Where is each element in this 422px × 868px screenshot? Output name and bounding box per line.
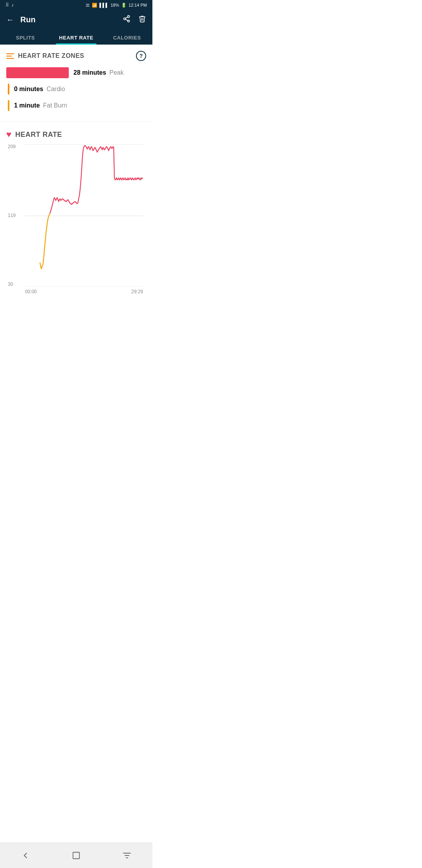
wifi-icon: 📶 — [92, 3, 97, 8]
battery-icon: 🔋 — [121, 3, 127, 8]
y-axis-labels: 209 119 30 — [8, 144, 16, 287]
x-end-label: 29:29 — [131, 289, 143, 294]
bluetooth-icon: ⯴ — [86, 3, 90, 7]
heart-rate-section: ♥ HEART RATE 209 119 30 — [0, 123, 152, 302]
zone-fatburn: 1 minute Fat Burn — [8, 100, 146, 111]
zone-cardio: 0 minutes Cardio — [8, 84, 146, 95]
status-right-icons: ⯴ 📶 ▌▌▌ 18% 🔋 12:14 PM — [86, 3, 147, 8]
share-icon[interactable] — [123, 15, 131, 25]
zones-icon — [6, 53, 14, 59]
x-axis-labels: 00:00 29:29 — [25, 287, 143, 294]
peak-minutes: 28 minutes Peak — [73, 69, 124, 76]
bottom-spacer — [0, 302, 152, 330]
x-start-label: 00:00 — [25, 289, 37, 294]
back-button[interactable]: ← — [6, 15, 14, 24]
fatburn-label: Fat Burn — [43, 102, 67, 109]
page-title: Run — [20, 15, 123, 24]
header-actions — [123, 15, 146, 25]
hr-header: ♥ HEART RATE — [6, 129, 146, 140]
y-mid-label: 119 — [8, 213, 16, 218]
battery-text: 18% — [111, 3, 119, 7]
hr-line-red-lower — [50, 145, 142, 213]
svg-line-4 — [125, 17, 128, 18]
cardio-minutes: 0 minutes Cardio — [14, 86, 65, 93]
status-bar: ⠿ ♪ ⯴ 📶 ▌▌▌ 18% 🔋 12:14 PM — [0, 0, 152, 10]
status-left-icons: ⠿ ♪ — [5, 2, 14, 8]
peak-label: Peak — [109, 69, 123, 76]
peak-bar — [6, 67, 69, 78]
fatburn-bar — [8, 100, 9, 111]
cardio-bar — [8, 84, 9, 95]
y-min-label: 30 — [8, 282, 16, 287]
hr-zones-header: HEART RATE ZONES ? — [6, 51, 146, 61]
header: ← Run — [0, 10, 152, 29]
heart-rate-chart: 209 119 30 — [6, 144, 146, 301]
svg-line-3 — [125, 19, 128, 20]
main-content: HEART RATE ZONES ? 28 minutes Peak 0 min… — [0, 45, 152, 330]
tab-heart-rate[interactable]: HEART RATE — [51, 29, 102, 45]
hr-line-orange — [40, 213, 50, 269]
clock: 12:14 PM — [129, 3, 147, 7]
music-icon: ♪ — [11, 2, 14, 8]
chart-svg — [25, 144, 143, 287]
section-divider — [0, 121, 152, 122]
help-icon[interactable]: ? — [136, 51, 146, 61]
tab-splits[interactable]: SPLITS — [0, 29, 51, 45]
fatburn-minutes: 1 minute Fat Burn — [14, 102, 67, 109]
tab-calories[interactable]: CALORIES — [102, 29, 152, 45]
tab-bar: SPLITS HEART RATE CALORIES — [0, 29, 152, 45]
signal-icon: ▌▌▌ — [99, 3, 108, 7]
chart-svg-container — [25, 144, 143, 287]
hr-zones-title-group: HEART RATE ZONES — [6, 52, 84, 59]
heart-icon: ♥ — [6, 129, 11, 140]
zone-peak: 28 minutes Peak — [6, 67, 146, 78]
cardio-label: Cardio — [46, 86, 65, 92]
grid-icon: ⠿ — [5, 2, 9, 8]
hr-zones-title: HEART RATE ZONES — [18, 52, 84, 59]
trash-icon[interactable] — [138, 15, 146, 25]
y-max-label: 209 — [8, 144, 16, 149]
hr-zones-section: HEART RATE ZONES ? 28 minutes Peak 0 min… — [0, 45, 152, 120]
hr-section-title: HEART RATE — [15, 131, 62, 139]
